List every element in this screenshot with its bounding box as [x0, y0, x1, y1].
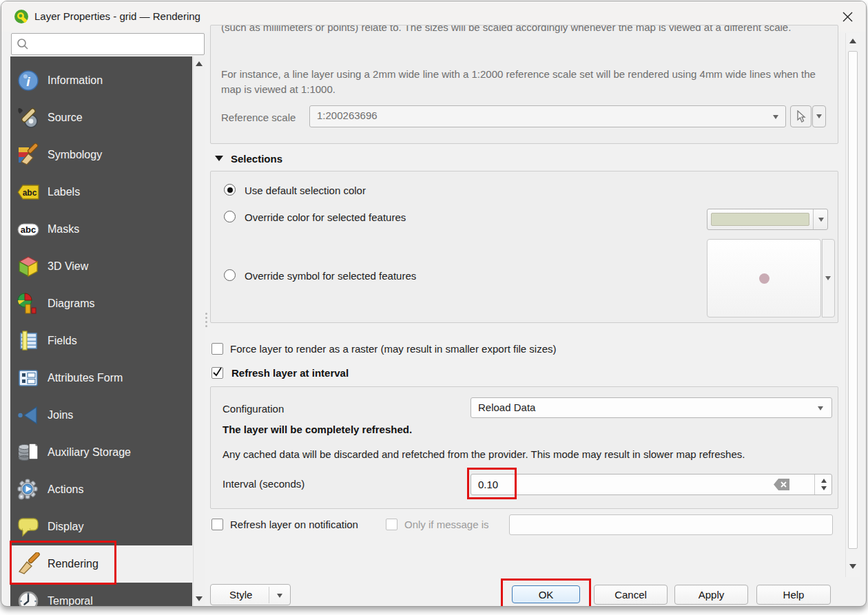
use-default-selection-color-label: Use default selection color [245, 185, 366, 196]
sidebar-item-actions[interactable]: Actions [10, 471, 192, 508]
sidebar-item-symbology[interactable]: Symbology [10, 136, 192, 174]
actions-icon [17, 478, 40, 501]
configuration-combobox[interactable]: Reload Data [471, 397, 832, 418]
svg-text:i: i [26, 74, 30, 89]
spin-down-icon[interactable] [821, 486, 827, 490]
sidebar-item-joins[interactable]: Joins [10, 397, 192, 434]
divider [269, 587, 269, 603]
override-color-label: Override color for selected features [245, 211, 406, 223]
annotation-box-interval [467, 468, 517, 499]
chevron-down-icon [773, 115, 778, 119]
divider [813, 209, 814, 229]
symbology-icon [17, 143, 40, 167]
sidebar-item-attributes-form[interactable]: Attributes Form [10, 359, 192, 397]
reference-scale-label: Reference scale [221, 110, 296, 125]
cancel-button-label: Cancel [614, 589, 647, 601]
style-button[interactable]: Style [210, 584, 291, 605]
configuration-label: Configuration [223, 403, 284, 415]
refresh-notification-checkbox[interactable] [211, 519, 223, 530]
set-scale-from-map-button[interactable] [790, 105, 812, 127]
help-button-label: Help [783, 589, 805, 601]
refresh-interval-checkbox[interactable] [211, 367, 223, 379]
scroll-down-icon[interactable] [196, 596, 203, 601]
sidebar-search [11, 33, 205, 55]
help-button[interactable]: Help [756, 585, 831, 605]
source-icon [17, 106, 40, 129]
display-icon [17, 515, 40, 539]
notification-message-input[interactable] [509, 514, 833, 535]
search-input[interactable] [32, 35, 200, 53]
scroll-up-icon[interactable] [849, 39, 856, 43]
apply-button[interactable]: Apply [674, 585, 748, 605]
diagrams-icon [17, 292, 40, 315]
sidebar-item-masks[interactable]: abc Masks [10, 211, 192, 248]
scroll-down-icon[interactable] [849, 564, 856, 569]
sidebar-scrollbar[interactable] [193, 56, 205, 607]
symbol-options-dropdown[interactable] [822, 239, 835, 317]
splitter-handle[interactable] [205, 317, 207, 319]
checkmark-icon [212, 367, 223, 377]
cursor-icon [796, 110, 807, 123]
splitter-handle[interactable] [205, 321, 207, 323]
sidebar-item-information[interactable]: i Information [10, 62, 192, 99]
force-raster-label: Force layer to render as a raster (may r… [230, 343, 557, 355]
apply-button-label: Apply [699, 589, 725, 601]
splitter-handle[interactable] [205, 313, 207, 315]
selection-symbol-preview[interactable] [707, 239, 821, 317]
only-if-message-checkbox[interactable] [386, 519, 397, 530]
scale-options-dropdown[interactable] [812, 105, 826, 127]
sidebar-item-3d-view[interactable]: 3D View [10, 248, 192, 285]
sidebar-item-temporal[interactable]: Temporal [10, 583, 192, 607]
screen: Layer Properties - grid — Rendering i In… [0, 0, 868, 615]
scale-paragraph-2: For instance, a line layer using a 2mm w… [221, 67, 834, 97]
sidebar-item-auxiliary-storage[interactable]: Auxiliary Storage [10, 434, 192, 471]
spin-up-icon[interactable] [821, 479, 827, 483]
refresh-info-title: The layer will be completely refreshed. [223, 424, 412, 435]
svg-text:abc: abc [21, 225, 36, 235]
interval-label: Interval (seconds) [223, 478, 304, 490]
refresh-notification-label: Refresh layer on notification [230, 519, 358, 530]
3d-view-icon [17, 255, 40, 278]
auxiliary-storage-icon [17, 441, 40, 464]
chevron-down-icon [825, 276, 831, 280]
labels-icon: abc [17, 180, 40, 204]
chevron-down-icon [816, 114, 822, 118]
cancel-button[interactable]: Cancel [594, 585, 668, 605]
style-button-label: Style [229, 589, 252, 601]
override-color-radio[interactable] [224, 211, 236, 222]
scroll-up-icon[interactable] [196, 61, 203, 66]
interval-spinbox[interactable]: 0.10 [471, 474, 832, 495]
symbol-dot [759, 273, 769, 284]
collapse-triangle-icon[interactable] [215, 156, 223, 161]
scale-paragraph-1: (such as millimeters or points) relate t… [221, 25, 834, 35]
close-icon[interactable] [834, 7, 860, 26]
content-scrollbar[interactable] [845, 33, 860, 577]
attributes-form-icon [17, 366, 40, 390]
joins-icon [17, 404, 40, 427]
refresh-info-text: Any cached data will be discarded and re… [223, 448, 836, 460]
selection-color-button[interactable] [707, 209, 828, 230]
chevron-down-icon [818, 218, 824, 222]
svg-text:abc: abc [23, 188, 37, 198]
sidebar-item-display[interactable]: Display [10, 508, 192, 545]
qgis-logo-icon [14, 9, 29, 24]
scrollbar-thumb[interactable] [848, 51, 858, 549]
divider [814, 475, 815, 494]
color-swatch [711, 213, 809, 226]
sidebar-item-fields[interactable]: Fields [10, 322, 192, 359]
annotation-box-ok [501, 578, 591, 607]
fields-icon [17, 329, 40, 353]
layer-properties-dialog: Layer Properties - grid — Rendering i In… [1, 1, 867, 607]
sidebar-item-labels[interactable]: abc Labels [10, 174, 192, 211]
selections-heading: Selections [231, 153, 282, 165]
use-default-selection-color-radio[interactable] [224, 184, 236, 196]
masks-icon: abc [17, 218, 40, 241]
scale-frame: (such as millimeters or points) relate t… [210, 25, 838, 144]
sidebar-item-diagrams[interactable]: Diagrams [10, 285, 192, 322]
splitter-handle[interactable] [205, 325, 207, 327]
clear-value-icon[interactable] [774, 479, 790, 493]
force-raster-checkbox[interactable] [211, 343, 223, 355]
reference-scale-combobox[interactable]: 1:200263696 [309, 105, 786, 127]
override-symbol-radio[interactable] [224, 269, 236, 281]
sidebar-item-source[interactable]: Source [10, 99, 192, 136]
